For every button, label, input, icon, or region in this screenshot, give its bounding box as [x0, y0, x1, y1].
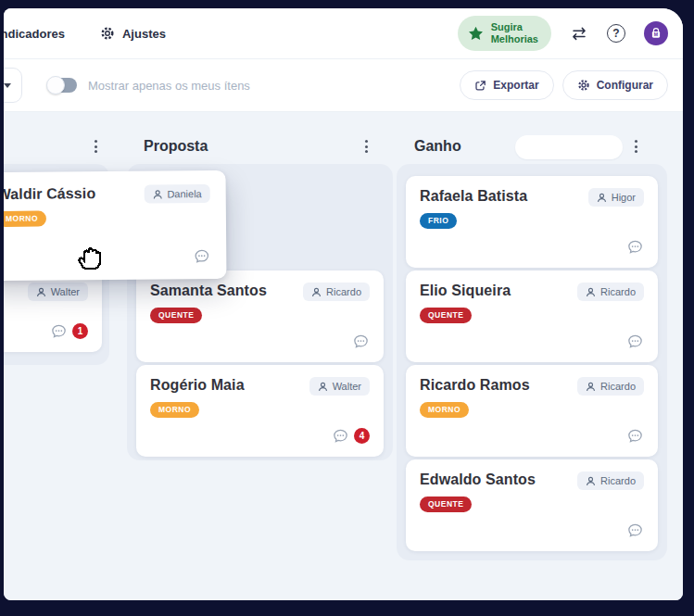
nav-ajustes-label: Ajustes [122, 27, 166, 41]
suggest-improvements-button[interactable]: Sugira Melhorias [458, 16, 551, 50]
help-button[interactable]: ? [607, 24, 625, 43]
card-header: Rogério Maia Walter [150, 377, 370, 396]
person-icon [311, 287, 322, 297]
person-icon [586, 382, 596, 392]
kanban-card[interactable]: Elio Siqueira Ricardo QUENTE [406, 270, 658, 362]
card-assignee-tag[interactable]: Higor [588, 188, 644, 207]
card-header: Rafaela Batista Higor [420, 188, 644, 207]
comment-count-badge: 4 [354, 428, 370, 444]
app-window: Indicadores Ajustes Sugira Melhorias [4, 8, 683, 600]
column-menu-button[interactable] [629, 137, 643, 156]
svg-text:M: M [654, 31, 658, 37]
avatar: M [644, 21, 668, 45]
card-header: Walter [4, 283, 88, 301]
column-title-proposta: Proposta [144, 138, 208, 155]
card-footer [420, 333, 644, 350]
gear-icon [100, 26, 115, 41]
star-icon [468, 26, 484, 42]
nav-item-ajustes[interactable]: Ajustes [100, 26, 166, 41]
chat-bubble-icon[interactable] [50, 322, 68, 340]
kanban-column: Rafaela Batista Higor FRIO Elio Siqueira [397, 164, 667, 560]
chat-bubble-icon[interactable] [193, 247, 210, 265]
card-title: Elio Siqueira [420, 283, 511, 299]
card-footer [150, 333, 370, 350]
chat-bubble-icon[interactable] [352, 333, 370, 350]
assignee-name: Walter [333, 381, 361, 392]
assignee-name: Ricardo [600, 286, 636, 297]
kanban-card[interactable]: Samanta Santos Ricardo QUENTE [136, 270, 384, 362]
card-assignee-tag[interactable]: Ricardo [577, 283, 644, 301]
swap-arrows-icon [570, 26, 588, 42]
card-title: Ricardo Ramos [420, 377, 530, 394]
temperature-badge: QUENTE [150, 308, 202, 323]
kanban-card[interactable]: Edwaldo Santos Ricardo QUENTE [406, 459, 658, 551]
card-assignee-tag[interactable]: Walter [28, 283, 88, 301]
nav-item-indicadores[interactable]: Indicadores [4, 27, 65, 41]
swap-arrows-button[interactable] [570, 26, 588, 42]
configure-button[interactable]: Configurar [562, 70, 668, 100]
user-avatar[interactable]: M [644, 21, 668, 45]
export-button[interactable]: Exportar [460, 70, 553, 100]
external-link-icon [474, 80, 486, 92]
comment-count-badge: 1 [72, 323, 88, 339]
person-icon [152, 189, 162, 199]
card-header: Edwaldo Santos Ricardo [420, 471, 644, 490]
chevron-down-icon [4, 83, 11, 88]
kanban-board: Proposta Ganho Walter 1 [4, 112, 683, 600]
toggle-label: Mostrar apenas os meus ítens [88, 79, 250, 93]
column-menu-button[interactable] [89, 137, 103, 156]
ganho-header-pill[interactable] [515, 135, 623, 159]
chat-bubble-icon[interactable] [626, 427, 644, 445]
gear-icon [577, 79, 590, 92]
pipeline-select[interactable] [4, 68, 22, 103]
temperature-badge: MORNO [150, 402, 199, 418]
card-footer [4, 247, 210, 267]
nav-indicadores-label: Indicadores [4, 27, 65, 41]
assignee-name: Ricardo [326, 286, 361, 297]
card-title: Waldir Cássio [4, 185, 95, 203]
card-header: Samanta Santos Ricardo [150, 283, 370, 301]
card-footer [420, 238, 644, 256]
kanban-card[interactable]: Walter 1 [4, 270, 102, 352]
chat-bubble-icon[interactable] [332, 427, 349, 445]
card-assignee-tag[interactable]: Ricardo [577, 471, 644, 490]
export-label: Exportar [493, 79, 538, 92]
person-icon [586, 287, 596, 297]
card-assignee-tag[interactable]: Ricardo [577, 377, 644, 396]
card-footer [420, 427, 644, 445]
chat-bubble-icon[interactable] [626, 333, 644, 350]
chat-bubble-icon[interactable] [626, 522, 644, 539]
toggle-knob [46, 76, 65, 94]
assignee-name: Walter [51, 286, 80, 297]
board-toolbar: Mostrar apenas os meus ítens Exportar Co… [4, 58, 683, 112]
card-assignee-tag[interactable]: Daniela [144, 184, 209, 204]
card-title: Samanta Santos [150, 283, 267, 299]
chat-bubble-icon[interactable] [626, 238, 644, 256]
suggest-label: Sugira Melhorias [491, 21, 538, 44]
kanban-card[interactable]: Ricardo Ramos Ricardo MORNO [406, 365, 658, 457]
card-footer [420, 522, 644, 539]
card-footer: 4 [150, 427, 370, 445]
column-menu-button[interactable] [360, 137, 373, 156]
card-header: Waldir Cássio Daniela [4, 184, 210, 205]
person-icon [586, 476, 596, 486]
kanban-card[interactable]: Rogério Maia Walter MORNO 4 [136, 365, 384, 457]
kanban-card[interactable]: Rafaela Batista Higor FRIO [406, 176, 658, 268]
dragged-card[interactable]: Waldir Cássio Daniela MORNO [4, 170, 227, 281]
person-icon [597, 193, 607, 203]
configure-label: Configurar [597, 79, 653, 92]
card-title: Edwaldo Santos [420, 471, 536, 488]
assignee-name: Higor [612, 192, 636, 203]
card-assignee-tag[interactable]: Walter [309, 377, 370, 396]
assignee-name: Daniela [167, 188, 201, 199]
person-icon [36, 287, 46, 297]
temperature-badge: MORNO [420, 402, 469, 418]
card-title: Rogério Maia [150, 377, 245, 394]
top-nav: Indicadores Ajustes Sugira Melhorias [4, 8, 683, 58]
card-assignee-tag[interactable]: Ricardo [303, 283, 370, 301]
temperature-badge: MORNO [4, 211, 46, 227]
help-icon: ? [607, 24, 625, 43]
show-only-my-items-toggle[interactable] [48, 78, 77, 93]
temperature-badge: QUENTE [420, 308, 472, 323]
card-footer: 1 [4, 322, 88, 340]
